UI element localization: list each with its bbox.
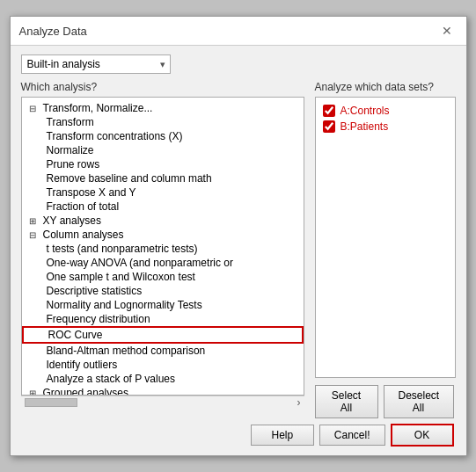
- tree-item-label: Prune rows: [47, 158, 100, 171]
- tree-item-column-8[interactable]: Bland-Altman method comparison: [22, 344, 304, 358]
- close-button[interactable]: ✕: [436, 22, 458, 40]
- tree-item-label: XY analyses: [43, 214, 102, 227]
- analyze-data-dialog: Analyze Data ✕ Built-in analysis Which a…: [10, 16, 467, 456]
- tree-item-label: Identify outliers: [47, 359, 118, 371]
- dataset-box: A:Controls B:Patients: [315, 97, 456, 378]
- tree-item-transform-2[interactable]: Transform concentrations (X): [22, 129, 304, 143]
- title-bar: Analyze Data ✕: [11, 17, 466, 46]
- dialog-body: Built-in analysis Which analysis? ⊟ Tran…: [11, 46, 466, 455]
- tree-item-column-2[interactable]: One-way ANOVA (and nonparametric or: [22, 256, 304, 270]
- tree-item-label: Transform concentrations (X): [47, 130, 183, 142]
- left-panel: Which analysis? ⊟ Transform, Normalize..…: [21, 81, 304, 418]
- tree-item-label: Normality and Lognormality Tests: [47, 299, 202, 311]
- dataset-item-a: A:Controls: [321, 103, 450, 119]
- select-deselect-row: Select All Deselect All: [315, 385, 456, 418]
- tree-item-transform-3[interactable]: Normalize: [22, 143, 304, 157]
- tree-item-label: ROC Curve: [48, 329, 103, 341]
- tree-item-label: t tests (and nonparametric tests): [47, 243, 198, 255]
- tree-item-column-9[interactable]: Identify outliers: [22, 358, 304, 372]
- tree-item-label: Analyze a stack of P values: [47, 373, 176, 385]
- tree-item-label: Grouped analyses: [43, 387, 128, 396]
- dropdown-wrapper: Built-in analysis: [21, 54, 171, 74]
- top-row: Built-in analysis: [21, 54, 456, 74]
- dataset-item-b: B:Patients: [321, 119, 450, 134]
- tree-item-transform[interactable]: ⊟ Transform, Normalize...: [22, 101, 304, 115]
- ok-button[interactable]: OK: [391, 424, 454, 447]
- tree-item-column-1[interactable]: t tests (and nonparametric tests): [22, 242, 304, 256]
- tree-item-column-analyses[interactable]: ⊟ Column analyses: [22, 228, 304, 242]
- tree-item-label: Bland-Altman method comparison: [47, 345, 206, 357]
- tree-item-transform-5[interactable]: Remove baseline and column math: [22, 171, 304, 185]
- deselect-all-button[interactable]: Deselect All: [384, 385, 454, 418]
- tree-item-transform-4[interactable]: Prune rows: [22, 157, 304, 171]
- tree-item-label: One sample t and Wilcoxon test: [47, 271, 195, 283]
- expand-icon-xy: ⊞: [29, 216, 40, 226]
- tree-item-label: Transform: [47, 116, 94, 128]
- tree-item-transform-7[interactable]: Fraction of total: [22, 200, 304, 214]
- right-panel: Analyze which data sets? A:Controls B:Pa…: [315, 81, 456, 418]
- right-panel-label: Analyze which data sets?: [315, 81, 456, 93]
- dataset-checkbox-a[interactable]: [323, 105, 335, 117]
- expand-icon-transform: ⊟: [29, 104, 40, 113]
- tree-item-label: Column analyses: [43, 229, 124, 241]
- scroll-right-icon[interactable]: ›: [297, 396, 301, 409]
- tree-item-label: One-way ANOVA (and nonparametric or: [47, 257, 234, 269]
- analysis-tree[interactable]: ⊟ Transform, Normalize... Transform Tran…: [21, 97, 304, 396]
- tree-item-roc-curve[interactable]: ROC Curve: [22, 326, 304, 344]
- action-buttons-row: Help Cancel! OK: [21, 424, 456, 447]
- dialog-title: Analyze Data: [19, 25, 87, 38]
- tree-item-transform-6[interactable]: Transpose X and Y: [22, 185, 304, 200]
- tree-item-grouped-analyses[interactable]: ⊞ Grouped analyses: [22, 386, 304, 396]
- dataset-label-b[interactable]: B:Patients: [341, 120, 389, 133]
- tree-scrollbar[interactable]: ›: [21, 396, 304, 408]
- select-all-button[interactable]: Select All: [315, 385, 378, 418]
- tree-item-column-4[interactable]: Descriptive statistics: [22, 284, 304, 298]
- help-button[interactable]: Help: [251, 425, 314, 446]
- expand-icon-column: ⊟: [29, 230, 40, 240]
- tree-item-label: Transform, Normalize...: [43, 102, 153, 114]
- analysis-type-dropdown[interactable]: Built-in analysis: [21, 54, 171, 74]
- content-area: Which analysis? ⊟ Transform, Normalize..…: [21, 81, 456, 418]
- scrollbar-thumb: [25, 398, 77, 407]
- tree-item-column-10[interactable]: Analyze a stack of P values: [22, 372, 304, 386]
- tree-item-label: Frequency distribution: [47, 313, 150, 325]
- tree-item-xy-analyses[interactable]: ⊞ XY analyses: [22, 214, 304, 228]
- tree-item-label: Descriptive statistics: [47, 285, 143, 297]
- tree-item-label: Normalize: [47, 144, 94, 156]
- tree-item-label: Transpose X and Y: [47, 186, 136, 199]
- expand-icon-grouped: ⊞: [29, 388, 40, 396]
- left-panel-label: Which analysis?: [21, 81, 304, 93]
- tree-item-label: Fraction of total: [47, 200, 120, 213]
- dataset-checkbox-b[interactable]: [323, 120, 335, 133]
- dataset-label-a[interactable]: A:Controls: [341, 105, 390, 117]
- tree-item-transform-1[interactable]: Transform: [22, 115, 304, 129]
- tree-item-column-3[interactable]: One sample t and Wilcoxon test: [22, 270, 304, 284]
- cancel-button[interactable]: Cancel!: [319, 425, 385, 446]
- tree-item-column-5[interactable]: Normality and Lognormality Tests: [22, 298, 304, 312]
- tree-item-label: Remove baseline and column math: [47, 172, 212, 185]
- tree-item-column-6[interactable]: Frequency distribution: [22, 312, 304, 326]
